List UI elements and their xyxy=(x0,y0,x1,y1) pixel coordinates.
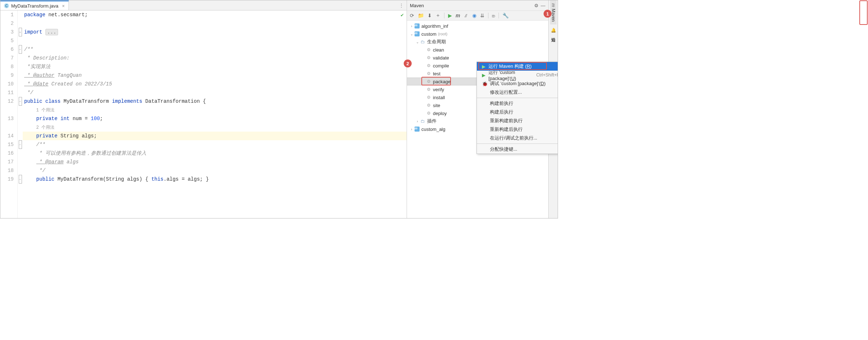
menu-item[interactable]: 修改运行配置... xyxy=(477,88,558,97)
code-line[interactable]: private int num = 100; xyxy=(23,114,407,123)
menu-item[interactable]: 构建前执行 xyxy=(477,99,558,108)
reload-icon[interactable]: ⟳ xyxy=(410,13,414,18)
minimize-icon[interactable]: — xyxy=(541,3,545,8)
maven-m-icon: m xyxy=(551,3,556,7)
code-line[interactable]: package net.secsmart; xyxy=(23,10,407,19)
gear-icon[interactable]: ⚙ xyxy=(534,3,539,8)
execute-goal-icon[interactable]: m xyxy=(456,13,460,18)
bug-icon: 🐞 xyxy=(482,81,487,87)
callout-1: 1 xyxy=(544,10,552,18)
settings-icon[interactable]: 🔧 xyxy=(502,13,509,18)
code-line[interactable]: * @author TangQuan xyxy=(23,71,407,80)
tree-row-algorithm_inf[interactable]: ›malgorithm_inf xyxy=(407,22,548,30)
tab-menu-icon[interactable]: ⋮ xyxy=(396,3,407,8)
editor-tab[interactable]: C MyDataTransform.java × xyxy=(0,0,69,10)
rail-tab-notifications[interactable]: 🔔 通知 xyxy=(549,25,557,37)
code-line[interactable]: * 可以使用有参构造，参数通过创建算法是传入 xyxy=(23,149,407,158)
code-line[interactable]: public MyDataTransform(String algs) { th… xyxy=(23,175,407,184)
collapse-icon[interactable]: ⇊ xyxy=(480,13,484,18)
close-icon[interactable]: × xyxy=(62,3,65,9)
tree-row-生命周期[interactable]: ⌄🗀生命周期 xyxy=(407,38,548,46)
inspection-ok-icon[interactable]: ✔ xyxy=(401,12,404,18)
menu-item[interactable]: ▶运行 'custom [package]'(U)Ctrl+Shift+F10 xyxy=(477,71,558,79)
code-line[interactable]: */ xyxy=(23,88,407,97)
toggle-offline-icon[interactable]: ⫽ xyxy=(464,13,469,18)
code-line[interactable]: /** xyxy=(23,140,407,149)
show-dependencies-icon[interactable]: ⎄ xyxy=(492,13,495,18)
menu-item[interactable]: 分配快捷键... xyxy=(477,145,558,154)
code-line[interactable]: * Description: xyxy=(23,54,407,62)
context-menu: ▶运行 Maven 构建 (R)3▶运行 'custom [package]'(… xyxy=(477,62,558,154)
code-line[interactable]: 1 个用法 xyxy=(23,106,407,114)
download-icon[interactable]: ⬇ xyxy=(428,13,432,18)
rail-maven-label: Maven xyxy=(551,9,556,22)
tree-row-clean[interactable]: ⚙clean xyxy=(407,46,548,54)
maven-panel: Maven ⚙ — ⟳ 📁 ⬇ ＋ ▶ m ⫽ ◉ ⇊ ⎄ 🔧 ›malgori… xyxy=(407,0,548,218)
gutter: 1235678910111213141516171819 xyxy=(0,10,18,218)
editor-panel: C MyDataTransform.java × ⋮ ✔ 12356789101… xyxy=(0,0,407,218)
code-line[interactable]: 2 个用法 xyxy=(23,123,407,132)
toggle-skip-tests-icon[interactable]: ◉ xyxy=(472,13,477,18)
generate-sources-icon[interactable]: 📁 xyxy=(418,13,424,18)
class-icon: C xyxy=(4,3,9,8)
tab-bar: C MyDataTransform.java × ⋮ xyxy=(0,0,407,10)
editor-body[interactable]: ✔ 1235678910111213141516171819 +−−−− pac… xyxy=(0,10,407,218)
code-line[interactable]: /** xyxy=(23,45,407,54)
menu-item[interactable]: 重新构建前执行 xyxy=(477,116,558,125)
menu-item[interactable]: 在运行/调试之前执行... xyxy=(477,134,558,142)
code-line[interactable] xyxy=(23,19,407,28)
run-icon[interactable]: ▶ xyxy=(448,13,452,18)
run-icon: ▶ xyxy=(482,64,486,69)
tab-filename: MyDataTransform.java xyxy=(11,3,58,9)
code-line[interactable]: * @date Created on 2022/3/15 xyxy=(23,80,407,88)
run-icon: ▶ xyxy=(482,72,486,78)
code-area[interactable]: package net.secsmart; import ... /** * D… xyxy=(23,10,407,218)
code-line[interactable]: import ... xyxy=(23,28,407,36)
tree-row-custom[interactable]: ⌄mcustom(root) xyxy=(407,30,548,38)
bell-icon: 🔔 xyxy=(551,27,556,33)
add-icon[interactable]: ＋ xyxy=(435,12,440,19)
maven-toolbar: ⟳ 📁 ⬇ ＋ ▶ m ⫽ ◉ ⇊ ⎄ 🔧 xyxy=(407,10,548,21)
code-line[interactable]: public class MyDataTransform implements … xyxy=(23,97,407,106)
menu-item[interactable]: 重新构建后执行 xyxy=(477,125,558,134)
code-line[interactable] xyxy=(23,36,407,45)
tree-row-validate[interactable]: ⚙validate xyxy=(407,54,548,62)
callout-2: 2 xyxy=(404,59,412,67)
fold-column: +−−−− xyxy=(18,10,23,218)
code-line[interactable]: * @param algs xyxy=(23,158,407,166)
code-line[interactable]: *实现算法 xyxy=(23,62,407,71)
menu-item[interactable]: ▶运行 Maven 构建 (R)3 xyxy=(477,62,558,71)
menu-item[interactable]: 构建后执行 xyxy=(477,108,558,116)
code-line[interactable]: */ xyxy=(23,166,407,175)
code-line[interactable]: private String algs; xyxy=(23,132,407,140)
maven-header: Maven ⚙ — xyxy=(407,0,548,10)
maven-title: Maven xyxy=(410,3,532,8)
